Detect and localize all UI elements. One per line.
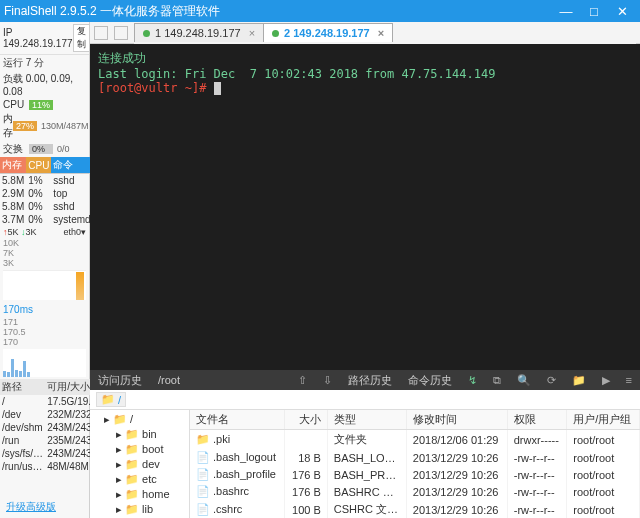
current-path[interactable]: /root <box>158 374 180 386</box>
cursor <box>214 82 221 95</box>
copy-button[interactable]: 复制 <box>73 24 90 52</box>
path-history[interactable]: 路径历史 <box>348 373 392 388</box>
file-row[interactable]: 📄.bash_profile176 BBASH_PR…2013/12/29 10… <box>190 466 640 483</box>
net-up: 5K <box>8 227 19 237</box>
swap-value: 0% <box>29 144 53 154</box>
mem-label: 内存 <box>3 112 13 140</box>
search-icon[interactable]: 🔍 <box>517 374 531 387</box>
tree-node[interactable]: ▸ 📁dev <box>94 457 185 472</box>
tree-node[interactable]: ▸ 📁bin <box>94 427 185 442</box>
app-title: FinalShell 2.9.5.2 一体化服务器管理软件 <box>4 3 552 20</box>
col-type[interactable]: 类型 <box>327 410 406 430</box>
col-mtime[interactable]: 修改时间 <box>406 410 507 430</box>
net-down: 3K <box>26 227 37 237</box>
file-pane: 📁/ ▸ 📁/ ▸ 📁bin▸ 📁boot▸ 📁dev▸ 📁etc▸ 📁home… <box>90 390 640 518</box>
titlebar: FinalShell 2.9.5.2 一体化服务器管理软件 — □ ✕ <box>0 0 640 22</box>
bread-root[interactable]: 📁/ <box>96 392 126 407</box>
ip-label: IP 149.248.19.177 <box>3 27 73 49</box>
th-path[interactable]: 路径 <box>0 379 45 395</box>
net-chart <box>3 270 86 300</box>
load: 负载 0.00, 0.09, 0.08 <box>3 72 86 97</box>
visit-history[interactable]: 访问历史 <box>98 373 142 388</box>
mem-text: 130M/487M <box>41 121 89 131</box>
upload-icon[interactable]: ⇧ <box>298 374 307 387</box>
cpu-value: 11% <box>29 100 53 110</box>
content-toolbar: 1 149.248.19.177×2 149.248.19.177× <box>90 22 640 44</box>
th-cmd[interactable]: 命令 <box>51 157 92 174</box>
th-mem[interactable]: 内存 <box>0 157 26 174</box>
tree-node[interactable]: ▸ 📁lib <box>94 502 185 517</box>
menu-icon[interactable]: ≡ <box>626 374 632 386</box>
col-name[interactable]: 文件名 <box>190 410 285 430</box>
download-icon[interactable]: ⇩ <box>323 374 332 387</box>
net-if-dropdown[interactable]: ▾ <box>81 227 86 237</box>
maximize-button[interactable]: □ <box>580 0 608 22</box>
tab-close-icon[interactable]: × <box>249 27 255 39</box>
toolbar-btn-1[interactable] <box>94 26 108 40</box>
tree-node[interactable]: ▸ 📁home <box>94 487 185 502</box>
tree-node[interactable]: ▸ 📁boot <box>94 442 185 457</box>
status-dot <box>272 30 279 37</box>
tree-node[interactable]: ▸ 📁etc <box>94 472 185 487</box>
process-row[interactable]: 2.9M0%top <box>0 187 93 200</box>
col-owner[interactable]: 用户/用户组 <box>567 410 640 430</box>
tab-close-icon[interactable]: × <box>378 27 384 39</box>
uptime: 运行 7 分 <box>3 56 44 70</box>
file-row[interactable]: 📄.bash_logout18 BBASH_LO…2013/12/29 10:2… <box>190 449 640 466</box>
process-table: 内存CPU命令 5.8M1%sshd2.9M0%top5.8M0%sshd3.7… <box>0 157 93 226</box>
process-row[interactable]: 5.8M1%sshd <box>0 174 93 188</box>
sidebar: IP 149.248.19.177 复制 ↻ 运行 7 分 负载 0.00, 0… <box>0 22 90 518</box>
mem-value: 27% <box>13 121 37 131</box>
status-dot <box>143 30 150 37</box>
play-icon[interactable]: ▶ <box>602 374 610 387</box>
new-folder-icon[interactable]: 📁 <box>572 374 586 387</box>
bolt-icon[interactable]: ↯ <box>468 374 477 387</box>
process-row[interactable]: 3.7M0%systemd <box>0 213 93 226</box>
col-size[interactable]: 大小 <box>285 410 328 430</box>
content: 1 149.248.19.177×2 149.248.19.177× 连接成功 … <box>90 22 640 518</box>
file-list[interactable]: 文件名 大小 类型 修改时间 权限 用户/用户组 📁.pki文件夹2018/12… <box>190 410 640 518</box>
ping-value: 170ms <box>0 302 89 317</box>
file-row[interactable]: 📄.cshrc100 BCSHRC 文…2013/12/29 10:26-rw-… <box>190 500 640 518</box>
tab[interactable]: 1 149.248.19.177× <box>134 23 264 42</box>
close-button[interactable]: ✕ <box>608 0 636 22</box>
lower-bar: 访问历史 /root ⇧ ⇩ 路径历史 命令历史 ↯ ⧉ 🔍 ⟳ 📁 ▶ ≡ <box>90 370 640 390</box>
process-row[interactable]: 5.8M0%sshd <box>0 200 93 213</box>
tree-root[interactable]: ▸ 📁/ <box>94 412 185 427</box>
file-tree[interactable]: ▸ 📁/ ▸ 📁bin▸ 📁boot▸ 📁dev▸ 📁etc▸ 📁home▸ 📁… <box>90 410 190 518</box>
breadcrumb: 📁/ <box>90 390 640 410</box>
tab[interactable]: 2 149.248.19.177× <box>263 23 393 42</box>
swap-text: 0/0 <box>57 144 70 154</box>
ping-chart <box>3 349 86 377</box>
file-row[interactable]: 📁.pki文件夹2018/12/06 01:29drwxr-----root/r… <box>190 430 640 450</box>
cmd-history[interactable]: 命令历史 <box>408 373 452 388</box>
file-row[interactable]: 📄.bashrc176 BBASHRC …2013/12/29 10:26-rw… <box>190 483 640 500</box>
upgrade-link[interactable]: 升级高级版 <box>0 496 89 518</box>
toolbar-btn-2[interactable] <box>114 26 128 40</box>
terminal[interactable]: 连接成功 Last login: Fri Dec 7 10:02:43 2018… <box>90 44 640 370</box>
col-perm[interactable]: 权限 <box>507 410 567 430</box>
th-cpu[interactable]: CPU <box>26 157 51 174</box>
cpu-label: CPU <box>3 99 29 110</box>
sync-icon[interactable]: ⟳ <box>547 374 556 387</box>
swap-label: 交换 <box>3 142 29 156</box>
net-if: eth0 <box>63 227 81 237</box>
tab-bar: 1 149.248.19.177×2 149.248.19.177× <box>134 22 636 44</box>
copy-icon[interactable]: ⧉ <box>493 374 501 387</box>
minimize-button[interactable]: — <box>552 0 580 22</box>
